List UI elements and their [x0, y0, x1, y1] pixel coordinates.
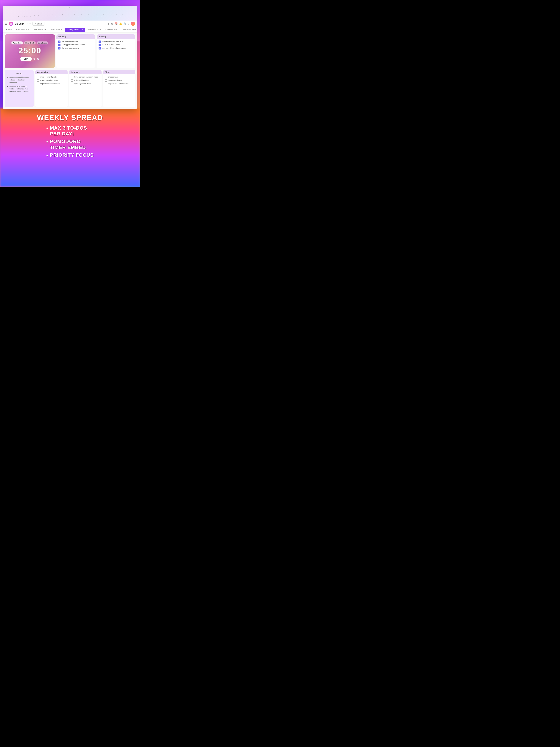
- callout-bullet: •: [46, 125, 48, 131]
- task-checkbox[interactable]: [37, 79, 39, 82]
- tab-2024-goals[interactable]: 2024 GOALS: [49, 27, 64, 32]
- callout-bullet: •: [46, 152, 48, 158]
- bottom-row: priority got caught up with lemon8 colla…: [5, 70, 135, 107]
- tab-anime-2024[interactable]: ⊙ ANIME 2024: [103, 27, 120, 32]
- svg-point-21: [10, 24, 12, 25]
- svg-point-3: [34, 16, 35, 16]
- task-text: respond IG, TT messages: [108, 82, 128, 85]
- bottom-callout: WEEKLY SPREAD • MAX 3 TO-DOSPER DAY! • P…: [3, 109, 137, 166]
- monday-header: monday: [56, 34, 95, 39]
- settings-icon[interactable]: ⚙: [37, 57, 39, 60]
- page-title: MY 2024: [15, 22, 24, 25]
- tab-long-break[interactable]: Long Break: [36, 42, 48, 45]
- timer-display: 25:00: [18, 46, 41, 55]
- task-checkbox[interactable]: [71, 79, 73, 82]
- undo-icon[interactable]: ↩: [26, 23, 27, 25]
- task-checkbox[interactable]: [105, 79, 107, 82]
- task-item: film a genshin gameplay video: [71, 76, 100, 78]
- task-text: upload genshin video: [74, 82, 91, 85]
- task-item: PS5 dock unbox short: [37, 79, 66, 82]
- callout-point-3: • PRIORITY FOCUS: [46, 152, 94, 158]
- svg-point-11: [74, 14, 75, 15]
- wednesday-tasks: write 4 lemon8 posts PS5 dock unbox shor…: [35, 74, 68, 86]
- pomodoro-card: Pomodoro Short Break Long Break 25:00 St…: [5, 34, 55, 68]
- topbar-left: ☰ MY 2024 ↩ ••• ⬆ Share: [5, 22, 45, 26]
- tab-pomodoro[interactable]: Pomodoro: [11, 42, 23, 45]
- calendar-icon[interactable]: 📅: [115, 22, 117, 25]
- help-icon[interactable]: ?: [128, 22, 129, 25]
- tuesday-header: tuesday: [97, 34, 135, 39]
- start-button[interactable]: Start: [20, 57, 32, 61]
- task-item: plan out the new year: [58, 40, 93, 43]
- task-text: PS5 dock unbox short: [40, 79, 58, 81]
- bell-icon[interactable]: 🔔: [119, 22, 122, 25]
- search-icon[interactable]: 🔍: [124, 22, 127, 25]
- task-text: write 4 lemon8 posts: [40, 76, 57, 78]
- callout-points: • MAX 3 TO-DOSPER DAY! • POMODOROTIMER E…: [46, 125, 94, 160]
- callout-title: WEEKLY SPREAD: [6, 114, 133, 122]
- user-avatar[interactable]: [131, 22, 135, 26]
- tab-content-ideas[interactable]: CONTENT IDEAS: [120, 27, 137, 32]
- task-text: film new years content: [61, 47, 79, 49]
- task-checkbox[interactable]: [58, 47, 60, 50]
- tab-review[interactable]: EVIEW: [4, 27, 15, 32]
- thursday-header: thursday: [69, 70, 101, 74]
- task-checkbox[interactable]: [71, 76, 73, 78]
- svg-point-17: [116, 14, 117, 15]
- task-item: upload genshin video: [71, 82, 100, 85]
- svg-point-7: [52, 15, 53, 15]
- nav-tabs: EVIEW VISION BOARD MY BIG GOAL 2024 GOAL…: [3, 27, 137, 32]
- callout-point-2: • POMODOROTIMER EMBED: [46, 138, 94, 150]
- task-checkbox[interactable]: [58, 41, 60, 43]
- timer-controls: Start ↺ ⚙: [20, 57, 39, 61]
- share-icon: ⬆: [34, 23, 36, 25]
- task-checkbox[interactable]: [105, 76, 107, 78]
- task-text: finish/upload new year video: [102, 40, 124, 43]
- task-checkbox[interactable]: [99, 44, 101, 46]
- svg-point-9: [62, 15, 63, 15]
- tab-january-week1[interactable]: January WEEK 1 ∨: [64, 28, 85, 32]
- tab-my-big-goal[interactable]: MY BIG GOAL: [32, 27, 49, 32]
- share-button[interactable]: ⬆ Share: [32, 22, 44, 26]
- grid-icon[interactable]: ⊞: [108, 22, 110, 25]
- notion-window: ✦ · · · · · · · · · · · · · · · · · · · …: [3, 6, 137, 109]
- hamburger-icon[interactable]: ☰: [5, 22, 7, 25]
- more-icon[interactable]: •••: [29, 23, 31, 25]
- task-text: check in w/ brand deals: [102, 44, 120, 46]
- task-item: catch up with emails/messages: [99, 47, 133, 50]
- task-checkbox[interactable]: [71, 83, 73, 85]
- task-checkbox[interactable]: [99, 41, 101, 43]
- svg-point-16: [111, 15, 111, 15]
- svg-point-5: [44, 15, 45, 15]
- svg-point-14: [96, 15, 97, 15]
- monday-tasks: plan out the new year post approved lemo…: [56, 39, 95, 51]
- tab-short-break[interactable]: Short Break: [24, 42, 36, 45]
- svg-point-12: [81, 15, 82, 15]
- wednesday-card: wednesday write 4 lemon8 posts PS5 dock …: [35, 70, 68, 107]
- friday-card: friday check emails IG partner shares: [103, 70, 135, 107]
- tab-vision-board[interactable]: VISION BOARD: [15, 27, 32, 32]
- task-checkbox[interactable]: [37, 83, 39, 85]
- svg-point-18: [122, 15, 123, 15]
- task-checkbox[interactable]: [99, 47, 101, 50]
- topbar: ☰ MY 2024 ↩ ••• ⬆ Share: [3, 21, 137, 27]
- task-text: IG partner shares: [108, 79, 122, 81]
- page-avatar: [9, 22, 13, 26]
- task-text: post approved lemon8 content: [61, 44, 85, 46]
- tuesday-card: tuesday finish/upload new year video che…: [97, 34, 135, 68]
- topbar-icons: ⊞ ⊙ 📅 🔔 🔍 ?: [108, 22, 135, 26]
- tab-manga-2024[interactable]: ⊙ MANGA 2024: [86, 27, 103, 32]
- task-item: IG partner shares: [105, 79, 133, 82]
- reset-icon[interactable]: ↺: [33, 57, 35, 60]
- task-checkbox[interactable]: [105, 83, 107, 85]
- top-row: Pomodoro Short Break Long Break 25:00 St…: [5, 34, 135, 68]
- task-checkbox[interactable]: [37, 76, 39, 78]
- task-text: inquire about partnership: [40, 82, 60, 85]
- monday-card: monday plan out the new year post approv…: [56, 34, 95, 68]
- content-area: Pomodoro Short Break Long Break 25:00 St…: [3, 32, 137, 109]
- priority-list: got caught up with lemon8 collabs, final…: [7, 76, 31, 93]
- svg-point-15: [103, 14, 104, 15]
- task-checkbox[interactable]: [58, 44, 60, 46]
- clock-icon[interactable]: ⊙: [111, 22, 113, 25]
- thursday-card: thursday film a genshin gameplay video e…: [69, 70, 101, 107]
